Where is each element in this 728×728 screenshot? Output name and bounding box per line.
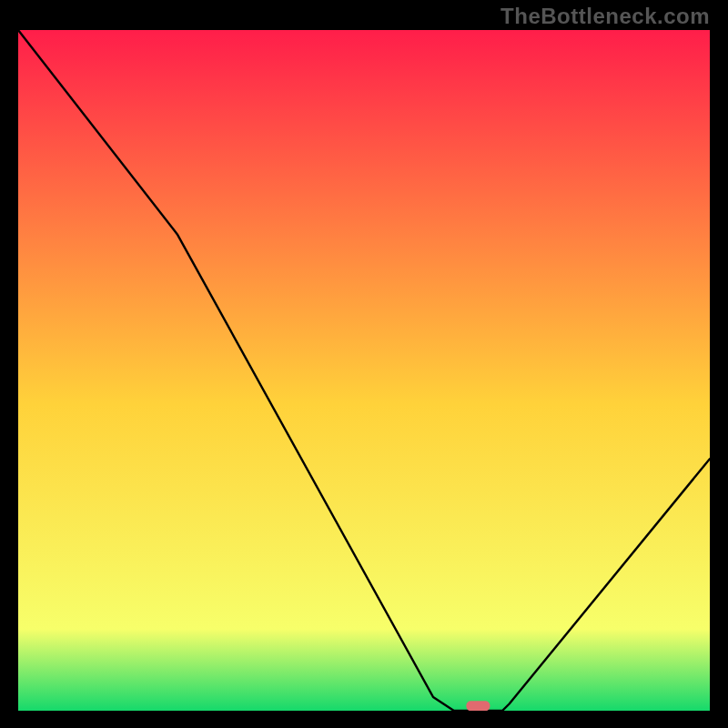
- bottleneck-chart: [18, 30, 710, 711]
- gradient-background: [18, 30, 710, 711]
- chart-frame: TheBottleneck.com: [0, 0, 728, 728]
- plot-area: [18, 30, 710, 711]
- watermark-text: TheBottleneck.com: [500, 4, 710, 29]
- optimal-point-marker: [466, 701, 490, 711]
